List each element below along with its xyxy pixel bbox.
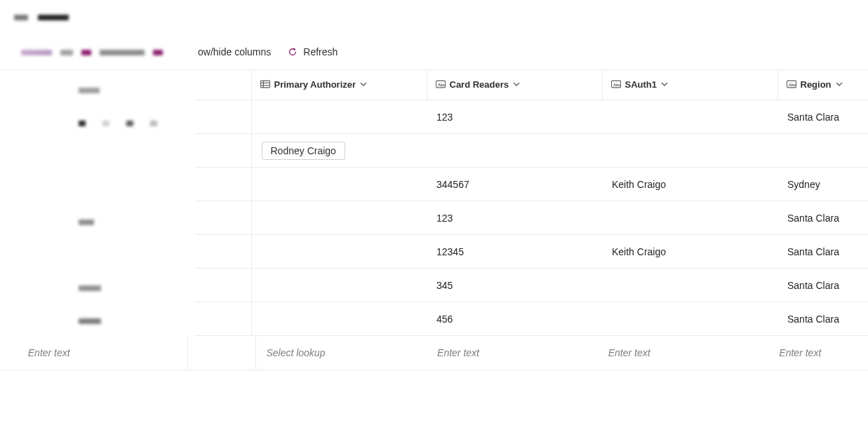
table-row[interactable]: 344567Keith CraigoSydney <box>195 168 868 201</box>
row-gutter-cell <box>195 302 251 336</box>
cell-sauth1[interactable] <box>602 302 777 336</box>
cell-card-readers[interactable]: 12345 <box>427 235 602 269</box>
cell-primary-authorizer[interactable] <box>251 168 427 201</box>
cell-card-readers[interactable]: 123 <box>427 100 602 134</box>
cell-sauth1[interactable] <box>602 134 777 168</box>
cell-primary-authorizer[interactable] <box>251 269 427 302</box>
refresh-icon <box>288 47 298 57</box>
cell-region[interactable]: Santa Clara <box>777 100 868 134</box>
chevron-down-icon <box>661 81 668 88</box>
show-hide-columns-label[interactable]: ow/hide columns <box>198 46 271 58</box>
col-header-region[interactable]: Abc Region <box>787 79 843 90</box>
cell-sauth1[interactable] <box>602 269 777 302</box>
cell-sauth1[interactable]: Keith Craigo <box>602 168 777 201</box>
svg-text:Abc: Abc <box>437 82 445 87</box>
cell-card-readers[interactable]: 123 <box>427 201 602 235</box>
cell-card-readers[interactable] <box>427 134 602 168</box>
col-header-sauth1[interactable]: Abc SAuth1 <box>611 79 669 90</box>
new-row-input-region[interactable]: Enter text <box>769 336 868 370</box>
cell-sauth1[interactable]: Keith Craigo <box>602 235 777 269</box>
row-gutter-cell <box>195 235 251 269</box>
text-type-icon: Abc <box>787 80 796 88</box>
chevron-down-icon <box>836 81 843 88</box>
table-row[interactable]: 345Santa Clara <box>195 269 868 302</box>
row-gutter-cell <box>195 168 251 201</box>
cell-region[interactable]: Santa Clara <box>777 201 868 235</box>
row-gutter-cell <box>195 201 251 235</box>
cell-region[interactable] <box>777 134 868 168</box>
cell-primary-authorizer[interactable] <box>251 201 427 235</box>
row-gutter-cell <box>195 269 251 302</box>
cell-region[interactable]: Santa Clara <box>777 269 868 302</box>
chevron-down-icon <box>360 81 367 88</box>
command-bar <box>0 36 868 70</box>
new-row-bar: Enter text Select lookup Enter text Ente… <box>0 336 868 370</box>
new-row-lookup-primary-authorizer[interactable]: Select lookup <box>256 336 427 370</box>
cell-sauth1[interactable] <box>602 100 777 134</box>
cell-primary-authorizer[interactable] <box>251 302 427 336</box>
table-row[interactable]: 456Santa Clara <box>195 302 868 336</box>
row-gutter-cell <box>195 134 251 168</box>
text-type-icon: Abc <box>436 80 446 88</box>
cell-region[interactable]: Santa Clara <box>777 302 868 336</box>
chevron-down-icon <box>513 81 520 88</box>
svg-text:Abc: Abc <box>613 82 620 87</box>
cell-primary-authorizer[interactable]: Rodney Craigo <box>251 134 427 168</box>
cell-card-readers[interactable]: 345 <box>427 269 602 302</box>
table-row[interactable]: 123Santa Clara <box>195 100 868 134</box>
col-header-primary-authorizer[interactable]: Primary Authorizer <box>260 79 368 90</box>
table-row[interactable]: 123Santa Clara <box>195 201 868 235</box>
app-titlebar <box>0 0 868 36</box>
data-grid: Primary Authorizer Abc Card Readers <box>195 70 868 336</box>
cell-sauth1[interactable] <box>602 201 777 235</box>
table-row[interactable]: 12345Keith CraigoSanta Clara <box>195 235 868 269</box>
lookup-type-icon <box>260 80 270 88</box>
cell-card-readers[interactable]: 344567 <box>427 168 602 201</box>
row-gutter-cell <box>195 100 251 134</box>
new-row-input-card-readers[interactable]: Enter text <box>427 336 599 370</box>
table-row[interactable]: Rodney Craigo <box>195 134 868 168</box>
cell-primary-authorizer[interactable] <box>251 235 427 269</box>
cell-region[interactable]: Sydney <box>777 168 868 201</box>
lookup-chip[interactable]: Rodney Craigo <box>262 142 345 160</box>
text-type-icon: Abc <box>611 80 621 88</box>
svg-text:Abc: Abc <box>788 82 796 87</box>
new-row-input-sauth1[interactable]: Enter text <box>599 336 770 370</box>
new-row-input-left[interactable]: Enter text <box>18 336 188 370</box>
col-header-card-readers[interactable]: Abc Card Readers <box>436 79 521 90</box>
cell-region[interactable]: Santa Clara <box>777 235 868 269</box>
svg-rect-0 <box>260 81 269 88</box>
refresh-label: Refresh <box>303 46 338 58</box>
cell-primary-authorizer[interactable] <box>251 100 427 134</box>
refresh-button[interactable]: Refresh <box>281 42 345 62</box>
cell-card-readers[interactable]: 456 <box>427 302 602 336</box>
left-column-blurred <box>79 74 157 337</box>
